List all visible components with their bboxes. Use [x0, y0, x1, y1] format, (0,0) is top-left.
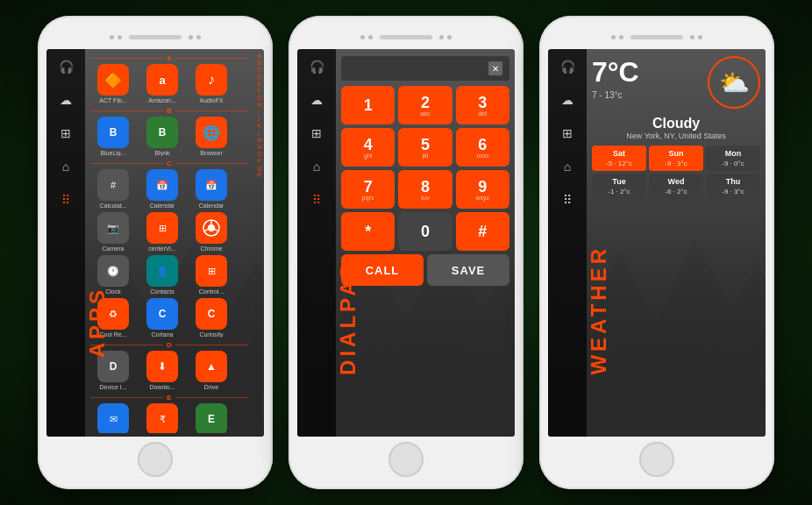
camera-dot [196, 35, 201, 39]
close-button[interactable]: ✕ [488, 61, 502, 75]
dial-btn-hash[interactable]: # [456, 212, 509, 251]
dial-alpha-5: jkl [423, 153, 429, 159]
dial-btn-9[interactable]: 9 wxyz [456, 170, 509, 209]
sidebar-cloud-icon-3[interactable]: ☁ [557, 89, 578, 110]
section-e-header: E [90, 394, 248, 402]
alpha-D[interactable]: D [257, 74, 262, 80]
alpha-P[interactable]: P [257, 158, 262, 164]
weather-day-thu[interactable]: Thu -9 · 3°c [706, 174, 760, 199]
sidebar-headphone-icon-3[interactable]: 🎧 [557, 56, 578, 77]
sidebar-grid-icon-2[interactable]: ⊞ [306, 123, 327, 144]
control-label: Control... [189, 288, 234, 295]
app-email[interactable]: ✉ Email [90, 403, 136, 433]
app-cortana[interactable]: C Cortana [139, 298, 185, 338]
phone-sensors [110, 35, 122, 39]
phone-speaker [129, 35, 182, 39]
dial-btn-2[interactable]: 2 abc [398, 86, 452, 124]
section-e-label: E [167, 394, 171, 402]
app-bluelight[interactable]: B BlueLig... [90, 117, 136, 156]
camera-dot [698, 35, 702, 39]
app-calendar1[interactable]: 📅 Calendar [139, 169, 185, 209]
alpha-B[interactable]: B [257, 60, 262, 66]
alpha-O[interactable]: O [257, 151, 262, 157]
app-curiosity[interactable]: C Curiosity [189, 298, 234, 338]
dial-btn-3[interactable]: 3 def [456, 86, 509, 124]
weather-day-tue[interactable]: Tue -1 · 2°c [592, 174, 646, 199]
alphabet-bar[interactable]: A B C D E F G H I J K L M N O P Q R [257, 49, 262, 437]
sidebar-headphone-icon[interactable]: 🎧 [55, 56, 76, 77]
app-audiofx[interactable]: ♪ AudioFX [189, 64, 234, 103]
curiosity-icon: C [196, 298, 227, 330]
app-emical[interactable]: ₹ EMI Cal... [139, 403, 185, 433]
alpha-L[interactable]: L [257, 130, 262, 136]
sidebar-apps-icon-2[interactable]: ⠿ [306, 189, 327, 210]
sidebar-headphone-icon-2[interactable]: 🎧 [306, 56, 327, 77]
sidebar-cloud-icon-2[interactable]: ☁ [306, 89, 327, 110]
weather-day-sun[interactable]: Sun -9 · 3°c [649, 146, 703, 171]
home-button-2[interactable] [388, 442, 424, 477]
dial-btn-0[interactable]: 0 [398, 212, 452, 251]
alpha-H[interactable]: H [257, 102, 262, 108]
alpha-K[interactable]: K [257, 123, 262, 129]
app-amazon[interactable]: a Amazon... [139, 64, 185, 103]
sidebar-apps-icon-3[interactable]: ⠿ [557, 189, 578, 210]
weather-day-wed[interactable]: Wed -6 · 2°c [649, 174, 703, 199]
alpha-M[interactable]: M [257, 137, 262, 143]
sidebar-grid-icon-3[interactable]: ⊞ [557, 123, 578, 144]
day-name-sun: Sun [652, 149, 700, 158]
dial-btn-4[interactable]: 4 ghi [341, 128, 395, 167]
home-button[interactable] [138, 442, 173, 477]
sidebar-home-icon-2[interactable]: ⌂ [306, 156, 327, 177]
section-a-apps: 🔶 ACT Fib... a Amazon... ♪ AudioFX [90, 64, 248, 103]
alpha-E[interactable]: E [257, 81, 262, 87]
weather-top-section: 7°C 7 - 13°c ⛅ [592, 56, 760, 109]
app-chrome[interactable]: Chrome [189, 212, 234, 252]
alpha-R[interactable]: R [257, 172, 262, 178]
phone-weather: 🎧 ☁ ⊞ ⌂ ⠿ WEATHER 7°C 7 - 13°c ⛅ [539, 16, 774, 489]
app-browser[interactable]: 🌐 Browser [189, 117, 234, 156]
app-evernote[interactable]: E Evernote [189, 403, 234, 433]
alpha-N[interactable]: N [257, 144, 262, 150]
sidebar-home-icon-3[interactable]: ⌂ [557, 156, 578, 177]
dial-btn-star[interactable]: * [341, 212, 395, 251]
bluelight-label: BlueLig... [90, 150, 136, 156]
dial-btn-8[interactable]: 8 tuv [398, 170, 452, 209]
alpha-G[interactable]: G [257, 95, 262, 101]
dial-btn-7[interactable]: 7 pqrs [341, 170, 395, 209]
sidebar-apps-icon[interactable]: ⠿ [55, 189, 76, 210]
app-calendar2[interactable]: 📅 Calendar [189, 169, 234, 209]
alpha-F[interactable]: F [257, 88, 262, 94]
alpha-J[interactable]: J [257, 116, 262, 122]
phone-dialpad: 🎧 ☁ ⊞ ⌂ ⠿ DIALPAD ✕ 1 2 abc [288, 16, 524, 489]
app-drive[interactable]: ▲ Drive [189, 351, 234, 390]
app-camera[interactable]: 📷 Camera [90, 212, 136, 252]
save-button[interactable]: SAVE [427, 254, 509, 286]
section-b-label: B [167, 107, 172, 115]
app-calculator[interactable]: # Calculat... [90, 169, 136, 209]
apps-label: APPS [85, 287, 110, 358]
dial-btn-6[interactable]: 6 mno [456, 128, 509, 167]
sidebar-cloud-icon[interactable]: ☁ [55, 89, 76, 110]
weather-day-mon[interactable]: Mon -9 · 0°c [706, 146, 760, 171]
dial-btn-5[interactable]: 5 jkl [398, 128, 452, 167]
home-button-3[interactable] [639, 442, 674, 477]
alpha-A[interactable]: A [257, 53, 262, 59]
app-contacts[interactable]: 👤 Contacts [139, 255, 185, 295]
app-control[interactable]: ⊞ Control... [189, 255, 234, 295]
downloads-icon: ⬇ [146, 351, 178, 382]
weather-phone-screen: 🎧 ☁ ⊞ ⌂ ⠿ WEATHER 7°C 7 - 13°c ⛅ [548, 49, 766, 437]
camera-icon: 📷 [97, 212, 129, 244]
app-centerview[interactable]: ⊞ centerVi... [139, 212, 185, 252]
app-blynk[interactable]: B Blynk [139, 117, 185, 156]
phone-apps: 🎧 ☁ ⊞ ⌂ ⠿ APPS A B C D E F G H I J [38, 16, 273, 489]
alpha-I[interactable]: I [257, 109, 262, 115]
sidebar-home-icon[interactable]: ⌂ [55, 156, 76, 177]
sidebar-grid-icon[interactable]: ⊞ [55, 123, 76, 144]
app-actfib[interactable]: 🔶 ACT Fib... [90, 64, 136, 103]
app-downloads[interactable]: ⬇ Downlo... [139, 351, 185, 390]
curiosity-label: Curiosity [189, 331, 234, 338]
dial-btn-1[interactable]: 1 [341, 86, 395, 124]
alpha-C[interactable]: C [257, 67, 262, 73]
alpha-Q[interactable]: Q [257, 165, 262, 171]
weather-day-sat[interactable]: Sat -5 · 12°c [592, 146, 646, 171]
